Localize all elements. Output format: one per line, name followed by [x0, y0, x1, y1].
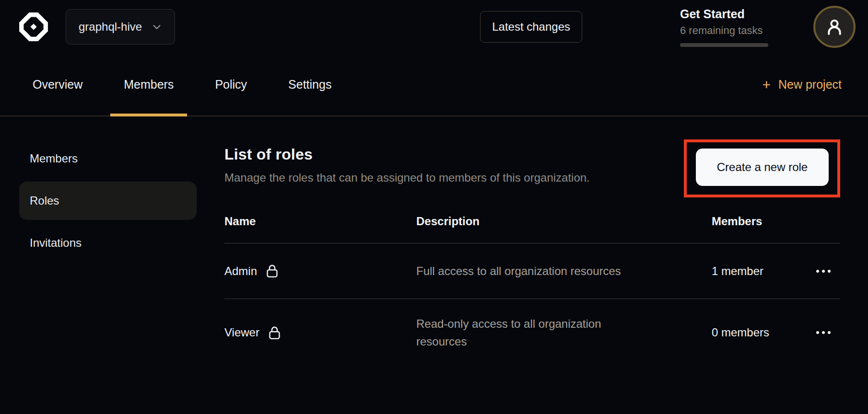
roles-header-row: List of roles Manage the roles that can … — [224, 139, 840, 197]
tab-settings[interactable]: Settings — [275, 54, 345, 115]
role-description: Read-only access to all organization res… — [416, 315, 646, 350]
column-header-members: Members — [712, 215, 815, 228]
column-header-name: Name — [224, 215, 416, 228]
person-icon — [825, 17, 844, 36]
new-project-label: New project — [778, 78, 842, 92]
table-header-row: Name Description Members — [224, 199, 840, 243]
app-root: graphql-hive Latest changes Get Started … — [0, 0, 868, 414]
tabs-group: Overview Members Policy Settings — [19, 54, 345, 115]
role-name-cell: Viewer — [224, 325, 416, 340]
roles-table: Name Description Members Admin Full acce… — [224, 199, 840, 366]
user-avatar-button[interactable] — [813, 6, 856, 48]
table-row-admin: Admin Full access to all organization re… — [224, 243, 840, 299]
get-started-progressbar — [680, 43, 768, 47]
chevron-down-icon — [152, 22, 162, 32]
hive-logo-icon — [18, 11, 49, 43]
tab-bar: Overview Members Policy Settings + New p… — [0, 54, 868, 116]
org-selector-label: graphql-hive — [79, 20, 142, 34]
new-project-button[interactable]: + New project — [762, 54, 842, 115]
role-members-count: 1 member — [712, 264, 815, 278]
get-started-subtitle: 6 remaining tasks — [680, 24, 768, 37]
tab-members[interactable]: Members — [110, 54, 187, 115]
latest-changes-button[interactable]: Latest changes — [480, 11, 582, 43]
sidebar-item-invitations[interactable]: Invitations — [19, 224, 197, 262]
tab-policy[interactable]: Policy — [201, 54, 260, 115]
get-started-widget[interactable]: Get Started 6 remaining tasks — [680, 7, 768, 47]
lock-icon — [268, 325, 281, 340]
page-subtitle: Manage the roles that can be assigned to… — [224, 171, 590, 184]
sidebar-item-roles[interactable]: Roles — [19, 182, 197, 220]
column-header-description: Description — [416, 215, 712, 228]
content-area: Members Roles Invitations List of roles … — [0, 116, 868, 366]
create-new-role-button[interactable]: Create a new role — [696, 149, 829, 186]
role-members-count: 0 members — [712, 326, 815, 339]
org-selector[interactable]: graphql-hive — [66, 9, 175, 45]
lock-icon — [266, 264, 279, 278]
tab-overview[interactable]: Overview — [19, 54, 96, 115]
role-name: Viewer — [224, 326, 259, 339]
top-bar: graphql-hive Latest changes Get Started … — [0, 0, 868, 54]
role-name: Admin — [224, 264, 257, 278]
ellipsis-icon — [816, 270, 819, 273]
sidebar-item-members[interactable]: Members — [19, 139, 197, 178]
get-started-title: Get Started — [680, 7, 768, 21]
role-name-cell: Admin — [224, 264, 416, 278]
annotation-highlight-box: Create a new role — [684, 139, 840, 197]
roles-panel: List of roles Manage the roles that can … — [201, 139, 868, 366]
row-menu-button[interactable] — [815, 328, 840, 337]
table-row-viewer: Viewer Read-only access to all organizat… — [224, 299, 840, 366]
ellipsis-icon — [816, 331, 819, 334]
roles-heading-block: List of roles Manage the roles that can … — [224, 139, 590, 184]
row-menu-button[interactable] — [815, 267, 840, 276]
sidebar: Members Roles Invitations — [0, 139, 201, 366]
page-title: List of roles — [224, 146, 590, 163]
plus-icon: + — [762, 78, 771, 92]
role-description: Full access to all organization resource… — [416, 262, 646, 280]
